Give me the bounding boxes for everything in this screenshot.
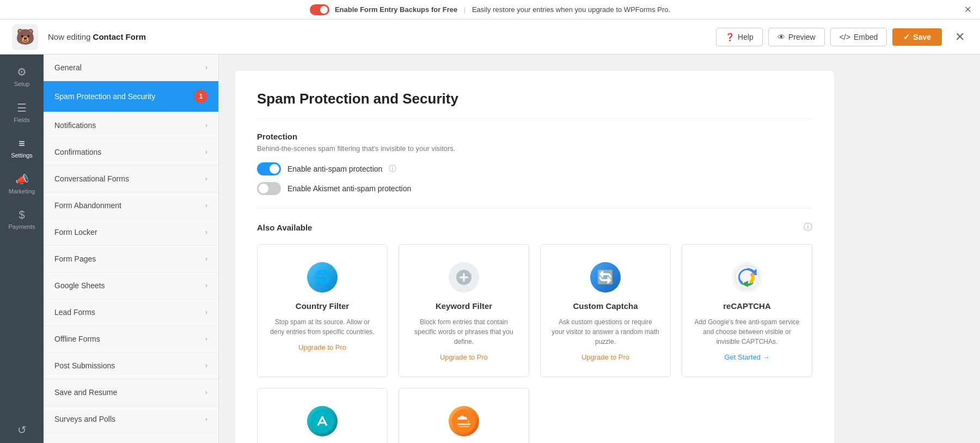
menu-item-confirmations-label: Confirmations [54,148,101,156]
menu-item-lead-forms[interactable]: Lead Forms › [44,299,218,326]
anti-spam-help-icon[interactable]: ⓘ [389,164,396,174]
country-filter-name: Country Filter [296,301,349,311]
menu-item-post-submissions-label: Post Submissions [54,361,115,370]
chevron-right-icon: › [205,64,207,71]
sidebar-item-marketing-label: Marketing [9,188,35,195]
country-filter-desc: Stop spam at its source. Allow or deny e… [268,317,376,337]
menu-item-confirmations[interactable]: Confirmations › [44,139,218,166]
akismet-toggle[interactable] [257,182,281,195]
menu-item-spam-label: Spam Protection and Security [54,92,155,101]
menu-item-notifications[interactable]: Notifications › [44,112,218,139]
feature-cards-row2: hCaptcha [257,388,812,443]
menu-item-form-locker-label: Form Locker [54,228,97,236]
recaptcha-action[interactable]: Get Started → [724,353,769,361]
content-card: Spam Protection and Security Protection … [235,71,834,443]
captcha-icon: 🔄 [590,262,621,293]
recaptcha-icon [730,260,764,295]
hcaptcha-logo-icon [307,406,338,436]
sidebar-item-setup[interactable]: ⚙ Setup [0,59,44,94]
main-content: Spam Protection and Security Protection … [219,54,980,443]
logo: 🐻 [11,23,39,51]
preview-button[interactable]: 👁 Preview [768,28,825,46]
svg-rect-9 [458,426,469,427]
anti-spam-label: Enable anti-spam protection [287,165,382,173]
history-icon: ↺ [17,423,27,436]
fields-icon: ☰ [17,101,27,114]
header: 🐻 Now editing Contact Form ❓ Help 👁 Prev… [0,20,980,54]
sidebar-item-marketing[interactable]: 📣 Marketing [0,166,44,201]
card-custom-captcha: 🔄 Custom Captcha Ask custom questions or… [540,244,671,377]
menu-item-form-abandonment[interactable]: Form Abandonment › [44,192,218,219]
country-filter-action[interactable]: Upgrade to Pro [298,343,346,351]
menu-item-lead-forms-label: Lead Forms [54,308,95,317]
menu-item-offline-forms-label: Offline Forms [54,335,100,343]
chevron-right-icon: › [205,415,207,423]
svg-point-5 [310,409,334,433]
menu-item-surveys-and-polls[interactable]: Surveys and Polls › [44,406,218,433]
feature-cards-row1: 🌐 Country Filter Stop spam at its source… [257,244,812,377]
sidebar-item-fields[interactable]: ☰ Fields [0,95,44,130]
svg-point-3 [461,275,467,280]
menu-item-form-locker[interactable]: Form Locker › [44,219,218,246]
menu-item-form-abandonment-label: Form Abandonment [54,201,121,210]
custom-captcha-action[interactable]: Upgrade to Pro [581,353,629,361]
form-name: Contact Form [93,32,146,41]
sidebar-item-history[interactable]: ↺ [0,417,44,443]
save-label: Save [913,33,931,41]
keyword-filter-desc: Block form entries that contain specific… [410,317,518,347]
info-circle-icon: ⓘ [804,222,812,233]
menu-item-notifications-label: Notifications [54,121,96,130]
menu-item-offline-forms[interactable]: Offline Forms › [44,326,218,353]
sidebar-item-payments[interactable]: $ Payments [0,202,44,236]
check-icon: ✓ [903,33,910,41]
embed-button[interactable]: </> Embed [830,28,887,46]
help-label: Help [738,33,754,41]
anti-spam-toggle[interactable] [257,162,281,175]
keyword-filter-action[interactable]: Upgrade to Pro [440,353,488,361]
help-icon: ❓ [725,33,734,41]
akismet-toggle-row: Enable Akismet anti-spam protection [257,182,812,195]
menu-item-conversational-forms[interactable]: Conversational Forms › [44,166,218,192]
menu-item-general-label: General [54,63,82,72]
custom-captcha-name: Custom Captcha [573,301,638,311]
menu-item-post-submissions[interactable]: Post Submissions › [44,353,218,379]
menu-item-spam-protection[interactable]: Spam Protection and Security 1 [44,81,218,112]
save-button[interactable]: ✓ Save [892,28,942,46]
banner-close-icon[interactable]: ✕ [964,4,971,15]
chevron-right-icon: › [205,202,207,209]
chevron-right-icon: › [205,228,207,236]
menu-item-conversational-forms-label: Conversational Forms [54,174,129,183]
chevron-right-icon: › [205,282,207,289]
help-button[interactable]: ❓ Help [716,28,763,46]
spam-badge: 1 [194,90,207,103]
chevron-right-icon: › [205,122,207,129]
menu-item-save-and-resume[interactable]: Save and Resume › [44,379,218,406]
menu-item-form-pages[interactable]: Form Pages › [44,246,218,272]
preview-icon: 👁 [777,33,785,41]
recaptcha-logo-icon [732,262,762,293]
card-cloudflare-turnstile: Cloudflare Turnstile [399,388,529,443]
banner-separator: | [464,5,465,14]
marketing-icon: 📣 [15,173,29,186]
chevron-right-icon: › [205,389,207,396]
embed-icon: </> [840,33,850,41]
main-layout: ⚙ Setup ☰ Fields ≡ Settings 📣 Marketing … [0,54,980,443]
embed-label: Embed [854,33,878,41]
protection-description: Behind-the-scenes spam filtering that's … [257,144,812,153]
header-close-icon[interactable]: ✕ [951,30,969,44]
side-menu: General › Spam Protection and Security 1… [44,54,219,443]
section-divider [257,208,812,209]
banner-toggle[interactable] [310,4,329,15]
also-available-title: Also Available [257,223,312,232]
sidebar-item-settings[interactable]: ≡ Settings [0,131,44,165]
menu-item-google-sheets-label: Google Sheets [54,281,105,290]
menu-item-general[interactable]: General › [44,54,218,81]
chevron-right-icon: › [205,335,207,343]
sidebar-item-fields-label: Fields [14,117,29,123]
menu-item-save-and-resume-label: Save and Resume [54,388,117,397]
sidebar-item-payments-label: Payments [9,223,35,230]
chevron-right-icon: › [205,308,207,316]
cloudflare-turnstile-icon [446,404,481,439]
menu-item-form-pages-label: Form Pages [54,254,96,263]
menu-item-google-sheets[interactable]: Google Sheets › [44,272,218,299]
